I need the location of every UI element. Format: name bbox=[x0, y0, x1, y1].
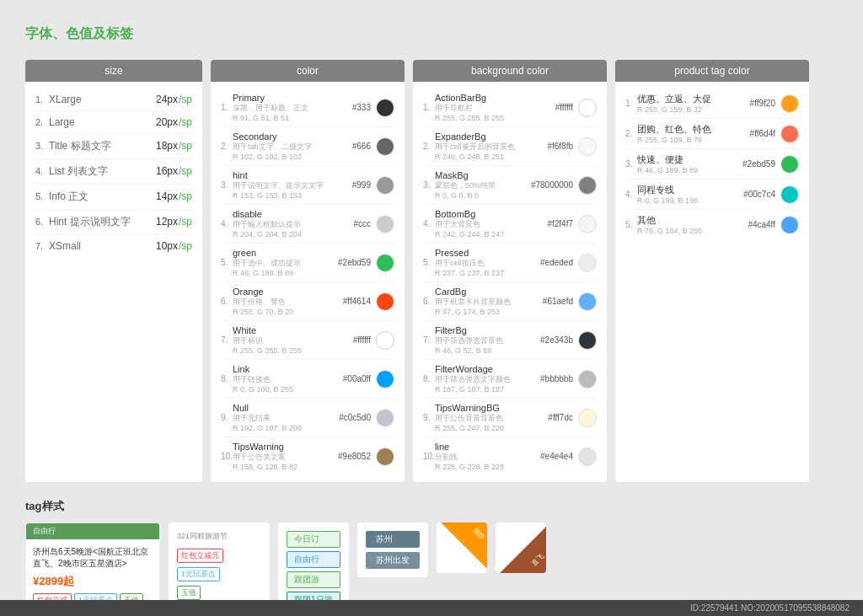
color-swatch bbox=[578, 254, 597, 272]
badge-red-jian: 红包立减元 bbox=[177, 549, 223, 563]
badge-suzhou: 苏州 bbox=[366, 531, 420, 548]
badge-yuzhi-2: 玉值 bbox=[177, 586, 201, 600]
color-swatch bbox=[780, 155, 799, 174]
color-swatch bbox=[578, 292, 597, 311]
color-swatch bbox=[578, 409, 597, 427]
page-title: 字体、色值及标签 bbox=[25, 25, 838, 43]
list-item: 4. BottomBg 用于大背景色 R 242, G 244, B 247 #… bbox=[423, 205, 597, 244]
list-item: 9. TipsWarningBG 用于公告背景背景色 R 255, G 247,… bbox=[423, 399, 597, 437]
size-label: XSmall bbox=[49, 240, 156, 252]
list-item: 1. XLarge 24px/sp bbox=[35, 88, 192, 111]
tag-product-title: 济州岛6天5晚游<国航正班北京直飞、2晚市区五星酒店> bbox=[33, 546, 153, 570]
color-swatch bbox=[376, 99, 394, 117]
size-card: size 1. XLarge 24px/sp 2. Large 20px/sp … bbox=[25, 60, 202, 482]
color-swatch bbox=[376, 447, 394, 466]
color-swatch bbox=[780, 94, 799, 113]
size-sp: /sp bbox=[179, 216, 192, 228]
size-sp: /sp bbox=[179, 190, 192, 202]
size-label: XLarge bbox=[49, 94, 156, 105]
list-item: 7. FilterBg 用于筛选弹选背景色 R 46, G 52, B 59 #… bbox=[423, 321, 597, 360]
badge-tuanfou: 跟团游 bbox=[287, 571, 340, 588]
list-item: 3. hint 用于说明文字、提示文文字 R 153, G 153, B 153… bbox=[221, 166, 394, 205]
list-item: 9. Null 用于无结果 R 192, G 197, B 208 #c0c5d… bbox=[221, 399, 394, 437]
size-index: 6. bbox=[35, 217, 49, 227]
size-sp: /sp bbox=[179, 116, 192, 128]
size-index: 1. bbox=[35, 94, 49, 104]
size-value: 14px/sp bbox=[156, 190, 192, 202]
size-sp: /sp bbox=[179, 165, 192, 177]
color-swatch bbox=[376, 215, 394, 233]
size-value: 12px/sp bbox=[156, 216, 192, 228]
footer-id: ID:22579441 NO:20200517095538848082 bbox=[690, 603, 850, 613]
size-label: Hint 提示说明文字 bbox=[49, 215, 156, 229]
badge-1yuan-2: 1元玩景点 bbox=[177, 567, 220, 581]
color-swatch bbox=[376, 409, 394, 427]
stamp-triangle-2 bbox=[500, 527, 546, 573]
list-item: 2. Secondary 用于tab文字、二级文字 R 102, G 102, … bbox=[221, 127, 394, 166]
color-swatch bbox=[780, 185, 799, 204]
list-item: 3. 快速、便捷 R 46, G 189, B 89 #2ebd59 bbox=[625, 149, 799, 179]
color-card-header: color bbox=[211, 60, 405, 82]
product-tag-card-body: 1. 优惠、立返、大促 R 255, G 159, B 32 #ff9f20 2… bbox=[615, 82, 809, 246]
list-item: 1. 优惠、立返、大促 R 255, G 159, B 32 #ff9f20 bbox=[625, 88, 799, 119]
badge-jintinorder: 今日订 bbox=[287, 531, 340, 548]
tag-demo-card-4: 苏州 苏州出发 bbox=[357, 522, 428, 577]
footer-bar: ID:22579441 NO:20200517095538848082 bbox=[0, 600, 863, 616]
color-swatch bbox=[578, 215, 597, 233]
color-swatch bbox=[780, 216, 799, 234]
list-item: 8. Link 用于链接色 R 0, G 160, B 255 #00a0ff bbox=[221, 360, 394, 399]
list-item: 6. CardBg 用于机票卡片背景颜色 R 97, G 174, B 253 … bbox=[423, 282, 597, 321]
list-item: 10. TipsWarning 用于公告类文案 R 158, G 128, B … bbox=[221, 437, 394, 475]
size-value: 20px/sp bbox=[156, 116, 192, 128]
list-item: 2. Large 20px/sp bbox=[35, 111, 192, 134]
size-sp: /sp bbox=[179, 94, 192, 105]
product-tag-card: product tag color 1. 优惠、立返、大促 R 255, G 1… bbox=[615, 60, 809, 482]
color-swatch bbox=[376, 292, 394, 311]
list-item: 7. XSmall 10px/sp bbox=[35, 235, 192, 257]
tag-price: ¥2899起 bbox=[33, 574, 153, 589]
badge-suzhoufa: 苏州出发 bbox=[366, 552, 420, 569]
list-item: 4. List 列表文字 16px/sp bbox=[35, 159, 192, 185]
size-index: 7. bbox=[35, 241, 49, 251]
product-tag-card-header: product tag color bbox=[615, 60, 809, 82]
color-swatch bbox=[376, 137, 394, 156]
list-item: 3. Title 标题文字 18px/sp bbox=[35, 134, 192, 159]
list-item: 1. ActionBarBg 用于导航栏 R 255, G 255, B 255… bbox=[423, 88, 597, 127]
list-item: 7. White 用于标识 R 255, G 255, B 255 #fffff… bbox=[221, 321, 394, 360]
size-value: 18px/sp bbox=[156, 140, 192, 152]
badge-ziyouxing: 自由行 bbox=[287, 551, 340, 568]
size-index: 4. bbox=[35, 166, 49, 176]
color-swatch bbox=[578, 447, 597, 466]
size-label: List 列表文字 bbox=[49, 164, 156, 179]
size-index: 2. bbox=[35, 117, 49, 127]
bg-color-card-body: 1. ActionBarBg 用于导航栏 R 255, G 255, B 255… bbox=[413, 82, 607, 482]
size-card-header: size bbox=[25, 60, 202, 82]
size-value: 24px/sp bbox=[156, 94, 192, 105]
list-item: 5. 其他 R 76, G 164, B 255 #4ca4ff bbox=[625, 210, 799, 239]
list-item: 2. 团购、红色、特色 R 255, G 109, B 79 #ff6d4f bbox=[625, 119, 799, 149]
list-item: 1. Primary 深黑，用于标题、正文 R 91, G 51, B 51 #… bbox=[221, 88, 394, 127]
color-swatch bbox=[578, 137, 597, 156]
color-swatch bbox=[578, 370, 597, 388]
color-swatch bbox=[376, 331, 394, 350]
list-item: 6. Hint 提示说明文字 12px/sp bbox=[35, 210, 192, 235]
color-swatch bbox=[780, 125, 799, 143]
size-sp: /sp bbox=[179, 240, 192, 252]
size-label: Title 标题文字 bbox=[49, 139, 156, 153]
tag-section-title: tag样式 bbox=[25, 499, 838, 514]
list-item: 3. MaskBg 蒙层色，50%纯黑 R 0, G 0, B 0 #78000… bbox=[423, 166, 597, 205]
size-card-body: 1. XLarge 24px/sp 2. Large 20px/sp 3. Ti… bbox=[25, 82, 202, 264]
color-swatch bbox=[376, 254, 394, 272]
color-swatch bbox=[376, 370, 394, 388]
tag-demo-card-5: 推荐 bbox=[437, 522, 487, 573]
color-card: color 1. Primary 深黑，用于标题、正文 R 91, G 51, … bbox=[211, 60, 405, 482]
size-label: Info 正文 bbox=[49, 190, 156, 204]
tag-category: 自由行 bbox=[26, 523, 159, 539]
list-item: 4. disable 用于输入框默认提示 R 204, G 204, B 204… bbox=[221, 205, 394, 244]
list-item: 6. Orange 用于价格、警告 R 255, G 70, B 20 #ff4… bbox=[221, 282, 394, 321]
color-swatch bbox=[578, 331, 597, 350]
tag-section: tag样式 自由行 济州岛6天5晚游<国航正班北京直飞、2晚市区五星酒店> ¥2… bbox=[25, 499, 838, 616]
list-item: 10. line 分割线 R 228, G 228, B 228 #e4e4e4 bbox=[423, 437, 597, 475]
size-value: 10px/sp bbox=[156, 240, 192, 252]
size-value: 16px/sp bbox=[156, 165, 192, 177]
